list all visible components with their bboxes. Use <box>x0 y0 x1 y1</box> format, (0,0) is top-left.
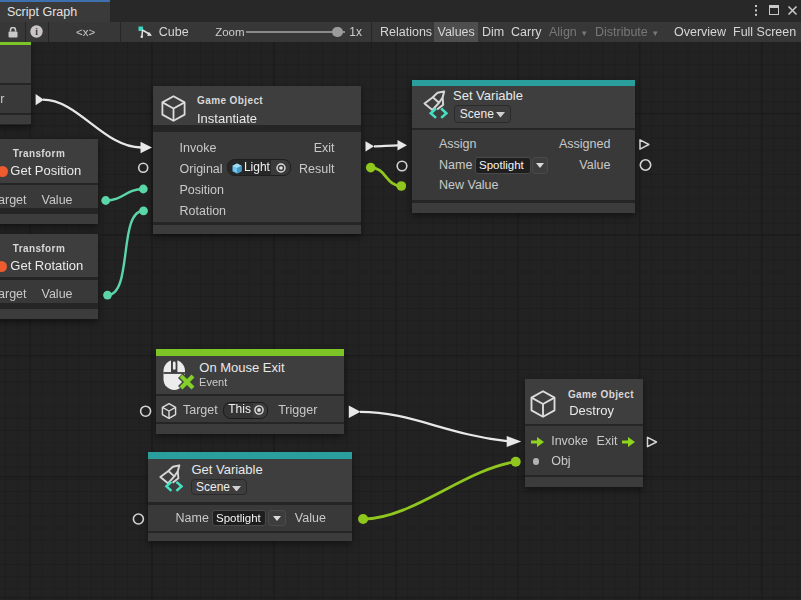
svg-text:i: i <box>35 27 38 37</box>
